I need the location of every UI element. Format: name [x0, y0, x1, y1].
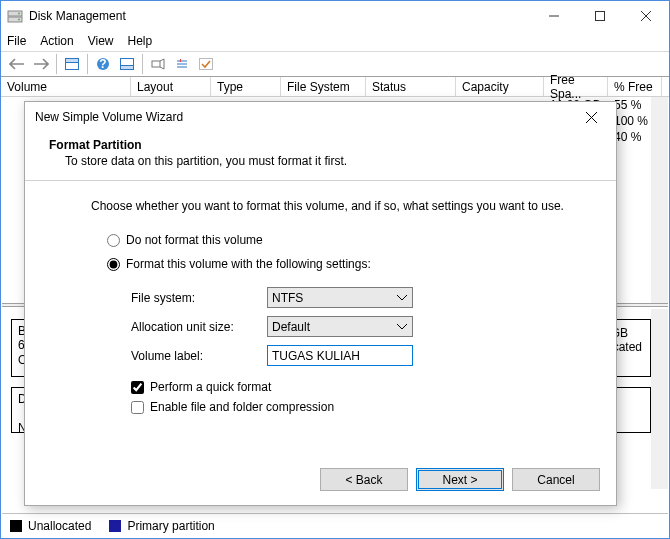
check-quick-format[interactable]: [131, 381, 144, 394]
close-icon[interactable]: [576, 105, 606, 129]
action-icon[interactable]: [146, 53, 170, 75]
check-compression[interactable]: [131, 401, 144, 414]
check-label: Enable file and folder compression: [150, 400, 334, 414]
col-fs[interactable]: File System: [281, 77, 366, 96]
menu-action[interactable]: Action: [40, 34, 73, 48]
dialog-intro: Choose whether you want to format this v…: [91, 199, 578, 213]
minimize-button[interactable]: [531, 1, 577, 31]
menubar: File Action View Help: [1, 31, 669, 51]
label-file-system: File system:: [131, 291, 267, 305]
menu-file[interactable]: File: [7, 34, 26, 48]
check-label: Perform a quick format: [150, 380, 271, 394]
view-bottom-icon[interactable]: [115, 53, 139, 75]
menu-view[interactable]: View: [88, 34, 114, 48]
legend-swatch-unallocated: [10, 520, 22, 532]
list-icon[interactable]: [170, 53, 194, 75]
radio-label: Format this volume with the following se…: [126, 257, 371, 271]
close-button[interactable]: [623, 1, 669, 31]
svg-text:?: ?: [99, 57, 106, 71]
app-icon: [7, 8, 23, 24]
titlebar: Disk Management: [1, 1, 669, 31]
table-header: Volume Layout Type File System Status Ca…: [1, 77, 669, 97]
help-icon[interactable]: ?: [91, 53, 115, 75]
svg-rect-5: [596, 12, 605, 21]
col-layout[interactable]: Layout: [131, 77, 211, 96]
scrollbar[interactable]: [651, 97, 668, 303]
check-icon[interactable]: [194, 53, 218, 75]
legend-label: Primary partition: [127, 519, 214, 533]
scrollbar[interactable]: [651, 309, 668, 489]
input-volume-label[interactable]: [267, 345, 413, 366]
svg-rect-19: [200, 59, 213, 70]
col-status[interactable]: Status: [366, 77, 456, 96]
svg-rect-9: [66, 59, 79, 63]
legend-label: Unallocated: [28, 519, 91, 533]
legend-swatch-primary: [109, 520, 121, 532]
legend: Unallocated Primary partition: [2, 513, 668, 537]
col-type[interactable]: Type: [211, 77, 281, 96]
maximize-button[interactable]: [577, 1, 623, 31]
menu-help[interactable]: Help: [128, 34, 153, 48]
col-free[interactable]: Free Spa...: [544, 77, 608, 96]
label-volume-label: Volume label:: [131, 349, 267, 363]
svg-point-2: [18, 13, 20, 15]
back-button[interactable]: < Back: [320, 468, 408, 491]
svg-rect-18: [180, 59, 181, 62]
window-title: Disk Management: [29, 9, 531, 23]
cancel-button[interactable]: Cancel: [512, 468, 600, 491]
svg-rect-13: [121, 66, 134, 70]
col-volume[interactable]: Volume: [1, 77, 131, 96]
next-button[interactable]: Next >: [416, 468, 504, 491]
dialog-subheading: To store data on this partition, you mus…: [49, 154, 592, 168]
svg-point-3: [18, 19, 20, 21]
radio-format[interactable]: [107, 258, 120, 271]
dialog-title: New Simple Volume Wizard: [35, 110, 576, 124]
select-allocation[interactable]: Default: [267, 316, 413, 337]
col-pct[interactable]: % Free: [608, 77, 662, 96]
radio-label: Do not format this volume: [126, 233, 263, 247]
svg-rect-14: [152, 61, 160, 67]
view-top-icon[interactable]: [60, 53, 84, 75]
label-allocation: Allocation unit size:: [131, 320, 267, 334]
radio-no-format[interactable]: [107, 234, 120, 247]
back-icon[interactable]: [5, 53, 29, 75]
forward-icon[interactable]: [29, 53, 53, 75]
wizard-dialog: New Simple Volume Wizard Format Partitio…: [24, 101, 617, 506]
dialog-heading: Format Partition: [49, 138, 592, 152]
select-file-system[interactable]: NTFS: [267, 287, 413, 308]
col-capacity[interactable]: Capacity: [456, 77, 544, 96]
